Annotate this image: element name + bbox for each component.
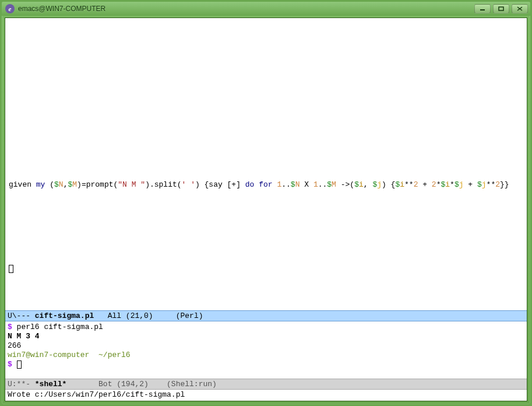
minimize-button[interactable] [474, 4, 491, 13]
maximize-button[interactable] [493, 4, 509, 13]
modeline-editor[interactable]: U\--- cift-sigma.pl All (21,0) (Perl) [5, 310, 527, 321]
shell-cwd: win7@win7-computer ~/perl6 [8, 351, 131, 359]
close-button[interactable] [512, 4, 528, 13]
client-area: given my ($N,$M)=prompt("N M ").split(' … [5, 18, 527, 401]
minibuffer[interactable]: Wrote c:/Users/win7/perl6/cift-sigma.pl [5, 390, 527, 401]
editor-pane[interactable]: given my ($N,$M)=prompt("N M ").split(' … [5, 18, 527, 310]
shell-prompt-icon: $ [8, 323, 12, 331]
shell-io-line: N M 3 4 [8, 332, 40, 341]
svg-rect-1 [499, 7, 503, 10]
minibuffer-text: Wrote c:/Users/win7/perl6/cift-sigma.pl [8, 390, 185, 399]
window-title: emacs@WIN7-COMPUTER [18, 5, 474, 13]
shell-pane[interactable]: $ perl6 cift-sigma.pl N M 3 4 266 win7@w… [5, 321, 527, 379]
editor-cursor [9, 264, 523, 274]
shell-command: perl6 cift-sigma.pl [12, 323, 103, 331]
shell-prompt-icon: $ [8, 360, 12, 369]
window-control-group [474, 4, 528, 13]
shell-output: 266 [8, 341, 21, 350]
shell-cursor [17, 360, 22, 369]
modeline-shell[interactable]: U:**- *shell* Bot (194,2) (Shell:run) [5, 379, 527, 390]
emacs-icon [5, 4, 15, 13]
emacs-window: emacs@WIN7-COMPUTER given my ($N,$M)=pro… [0, 0, 532, 406]
code-line: given my ($N,$M)=prompt("N M ").split(' … [9, 180, 523, 190]
titlebar[interactable]: emacs@WIN7-COMPUTER [2, 2, 530, 16]
